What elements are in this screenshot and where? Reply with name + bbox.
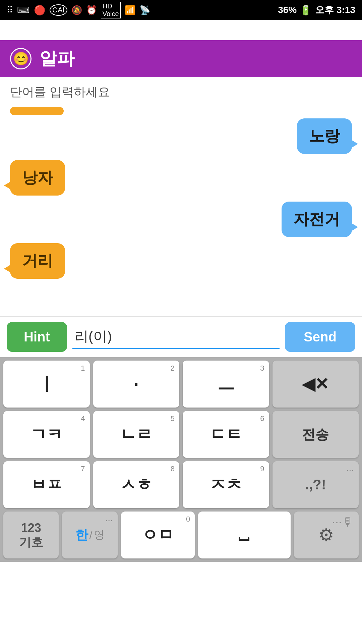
subtitle-text: 단어를 입력하세요 (0, 77, 362, 104)
keyboard-row-3: 7 ㅂㅍ 8 ㅅㅎ 9 ㅈㅊ ··· .,?! (3, 461, 359, 508)
wifi-icon: 📶 (125, 5, 135, 15)
message-row: 거리 (10, 243, 352, 279)
battery-icon: 🔋 (300, 5, 312, 16)
app-icon-cai: CAI (50, 4, 67, 16)
send-button[interactable]: Send (285, 322, 355, 352)
app-title: 알파 (40, 47, 74, 70)
keyboard-row-4: 123기호 ··· 한 / 영 0 ㅇㅁ ⎵ ···🎙 ⚙ (3, 512, 359, 558)
message-text: 자전거 (294, 210, 340, 228)
key-7-bp[interactable]: 7 ㅂㅍ (3, 461, 90, 508)
status-bar: ⠿ ⌨ 🔴 CAI 🔕 ⏰ HDVoice 📶 📡 36% 🔋 오후 3:13 (0, 0, 362, 20)
message-bubble-orange: 거리 (10, 243, 65, 279)
signal-icon: 📡 (139, 5, 150, 15)
message-text: 노랑 (309, 127, 340, 145)
input-row: Hint Send (0, 316, 362, 357)
message-bubble-orange: 낭자 (10, 160, 65, 196)
header-emoji: 😊 (10, 48, 32, 69)
keyboard-icon: ⌨ (17, 5, 30, 15)
app-header: 😊 알파 (0, 40, 362, 77)
battery-label: 36% (278, 5, 297, 15)
status-right: 36% 🔋 오후 3:13 (278, 4, 355, 16)
key-4-gk[interactable]: 4 ㄱㅋ (3, 411, 90, 458)
message-row: 노랑 (10, 118, 352, 154)
keyboard-row-1: 1 ㅣ 2 · 3 ㅡ ◀✕ (3, 361, 359, 408)
message-bubble-blue: 자전거 (282, 202, 352, 237)
message-row: 낭자 (10, 160, 352, 196)
word-input[interactable] (72, 325, 280, 349)
keyboard: 1 ㅣ 2 · 3 ㅡ ◀✕ 4 ㄱㅋ 5 ㄴㄹ 6 ㄷㅌ 전송 (0, 357, 362, 562)
key-123-symbol[interactable]: 123기호 (3, 512, 59, 558)
time-label: 오후 3:13 (315, 4, 355, 16)
key-6-dt[interactable]: 6 ㄷㅌ (183, 411, 269, 458)
messages-icon: ⠿ (7, 5, 13, 15)
key-send-korean[interactable]: 전송 (273, 411, 359, 458)
silent-icon: 🔕 (71, 5, 82, 15)
message-text: 낭자 (22, 169, 53, 186)
key-backspace[interactable]: ◀✕ (273, 361, 359, 408)
key-5-nr[interactable]: 5 ㄴㄹ (93, 411, 180, 458)
key-9-jch[interactable]: 9 ㅈㅊ (183, 461, 269, 508)
chat-area: 노랑 낭자 자전거 거리 (0, 115, 362, 316)
key-3-horizontal[interactable]: 3 ㅡ (183, 361, 269, 408)
key-2-dot[interactable]: 2 · (93, 361, 180, 408)
key-0-om[interactable]: 0 ㅇㅁ (121, 512, 195, 558)
message-text: 거리 (22, 252, 53, 269)
key-han-eng[interactable]: ··· 한 / 영 (62, 512, 117, 558)
hd-voice-label: HDVoice (101, 2, 121, 18)
message-row: 자전거 (10, 202, 352, 237)
message-bubble-blue: 노랑 (297, 118, 352, 154)
orange-indicator (10, 107, 64, 115)
key-punctuation[interactable]: ··· .,?! (273, 461, 359, 508)
keyboard-row-2: 4 ㄱㅋ 5 ㄴㄹ 6 ㄷㅌ 전송 (3, 411, 359, 458)
key-1-vertical[interactable]: 1 ㅣ (3, 361, 90, 408)
status-left: ⠿ ⌨ 🔴 CAI 🔕 ⏰ HDVoice 📶 📡 (7, 2, 150, 18)
app-icon-red: 🔴 (34, 5, 46, 16)
key-gear-mic[interactable]: ···🎙 ⚙ (294, 512, 359, 558)
hint-button[interactable]: Hint (7, 322, 67, 352)
key-8-sh[interactable]: 8 ㅅㅎ (93, 461, 180, 508)
alarm-icon: ⏰ (86, 5, 97, 15)
key-space[interactable]: ⎵ (198, 512, 291, 558)
